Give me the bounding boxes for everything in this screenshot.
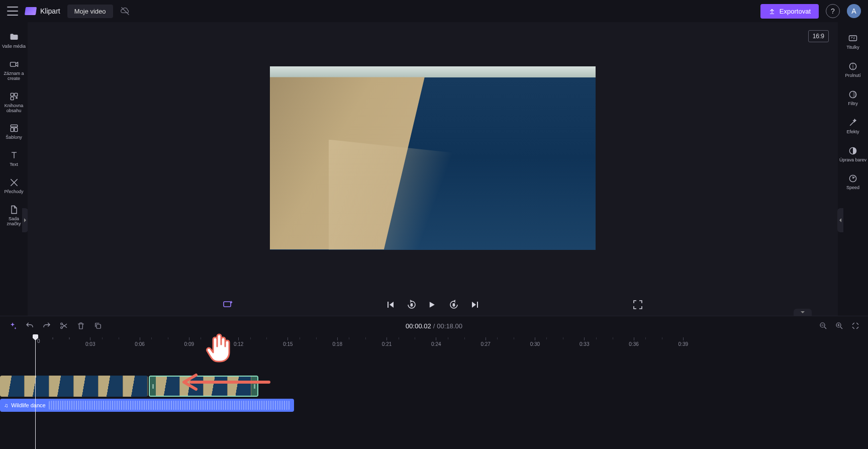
copy-icon <box>93 321 103 330</box>
templates-icon <box>9 123 19 133</box>
sparkle-icon <box>222 299 234 311</box>
filters-icon <box>848 89 858 100</box>
forward-button[interactable]: 5 <box>448 299 460 311</box>
zoom-in-icon <box>835 321 844 330</box>
hamburger-menu-button[interactable] <box>7 7 18 16</box>
right-sidebar-expand-button[interactable] <box>837 208 843 232</box>
clip-trim-handle-left[interactable] <box>150 377 156 396</box>
svg-rect-3 <box>14 93 17 96</box>
folder-icon <box>9 32 19 42</box>
library-icon <box>9 92 19 102</box>
ruler-tick: 0:18 <box>333 337 342 347</box>
timeline-tracks[interactable]: ♫ Wildlife dance <box>0 346 868 449</box>
audio-clip[interactable]: ♫ Wildlife dance <box>0 399 294 412</box>
ruler-tick: 0:27 <box>480 337 490 347</box>
music-note-icon: ♫ <box>4 402 8 408</box>
project-title-button[interactable]: Moje video <box>67 5 113 18</box>
ruler-tick: 0:39 <box>679 337 688 347</box>
fade-icon <box>848 61 858 71</box>
brand: Klipart <box>25 7 60 15</box>
export-button[interactable]: Exportovat <box>760 4 819 19</box>
chevron-right-icon <box>23 218 27 223</box>
brand-kit-icon <box>9 205 19 215</box>
svg-rect-11 <box>849 36 857 41</box>
rightbar-item-fade[interactable]: Prolnutí <box>838 57 868 85</box>
svg-rect-2 <box>11 93 14 96</box>
speed-icon <box>848 173 858 184</box>
svg-rect-6 <box>11 128 14 132</box>
skip-back-button[interactable] <box>384 299 397 311</box>
skip-forward-icon <box>469 299 481 311</box>
rightbar-item-captions[interactable]: Titulky <box>838 29 868 57</box>
svg-rect-5 <box>11 125 17 127</box>
fullscreen-icon <box>632 299 644 311</box>
video-clip-segment-1[interactable] <box>0 376 148 397</box>
trash-icon <box>76 321 85 330</box>
svg-rect-18 <box>97 324 101 328</box>
redo-icon <box>42 321 51 330</box>
skip-forward-button[interactable] <box>469 299 481 311</box>
svg-rect-7 <box>14 128 17 132</box>
rightbar-item-color[interactable]: Úprava barev <box>838 142 868 170</box>
transitions-icon <box>9 177 19 188</box>
timeline-toolbar: 00:00.02 / 00:18.00 <box>0 316 868 335</box>
help-button[interactable]: ? <box>826 4 840 18</box>
video-preview[interactable] <box>270 66 596 250</box>
sidebar-item-transitions[interactable]: Přechody <box>0 173 28 201</box>
sidebar-item-media[interactable]: Vaše média <box>0 28 28 55</box>
fit-icon <box>851 321 860 330</box>
sidebar-item-text[interactable]: Text <box>0 146 28 173</box>
undo-button[interactable] <box>25 321 34 330</box>
rightbar-item-speed[interactable]: Speed <box>838 169 868 198</box>
play-button[interactable] <box>427 299 439 311</box>
zoom-fit-button[interactable] <box>851 321 860 330</box>
timeline-ai-button[interactable] <box>8 321 17 330</box>
forward-icon: 5 <box>448 299 460 311</box>
aspect-ratio-button[interactable]: 16:9 <box>808 30 829 42</box>
timeline-panel: 00:00.02 / 00:18.00 0 0:030:060:090:120:… <box>0 316 868 449</box>
timeline-collapse-button[interactable] <box>794 309 812 316</box>
undo-icon <box>25 321 34 330</box>
duplicate-button[interactable] <box>93 321 103 330</box>
ruler-tick: 0:03 <box>85 337 95 347</box>
effects-icon <box>848 118 858 128</box>
svg-text:5: 5 <box>411 303 413 307</box>
zoom-out-button[interactable] <box>819 321 828 330</box>
ruler-tick: 0:12 <box>234 337 243 347</box>
fullscreen-button[interactable] <box>632 299 644 311</box>
user-avatar[interactable]: A <box>847 4 861 18</box>
timeline-ruler[interactable]: 0 0:030:060:090:120:150:180:210:240:270:… <box>0 335 868 346</box>
ruler-tick: 0:24 <box>431 337 441 347</box>
rightbar-item-filters[interactable]: Filtry <box>838 85 868 114</box>
brand-name: Klipart <box>40 7 60 15</box>
svg-rect-1 <box>10 62 16 66</box>
captions-icon <box>848 33 858 43</box>
camera-icon <box>9 59 19 69</box>
ai-magic-button[interactable] <box>222 299 234 311</box>
delete-button[interactable] <box>76 321 85 330</box>
sidebar-item-record[interactable]: Záznam a create <box>0 55 28 87</box>
svg-rect-4 <box>11 97 14 100</box>
ruler-tick: 0:09 <box>184 337 194 347</box>
clip-trim-handle-right[interactable] <box>251 377 257 396</box>
chevron-down-icon <box>800 310 805 314</box>
redo-button[interactable] <box>42 321 51 330</box>
zoom-in-button[interactable] <box>835 321 844 330</box>
rewind-icon: 5 <box>406 299 418 311</box>
playhead[interactable] <box>35 335 36 449</box>
color-adjust-icon <box>848 146 858 156</box>
zoom-out-icon <box>819 321 828 330</box>
rewind-button[interactable]: 5 <box>406 299 418 311</box>
brand-logo-icon <box>25 7 37 15</box>
split-button[interactable] <box>59 321 68 330</box>
rightbar-item-effects[interactable]: Efekty <box>838 114 868 142</box>
scissors-icon <box>59 321 68 330</box>
ruler-tick: 0:30 <box>530 337 540 347</box>
cloud-sync-off-icon[interactable] <box>120 6 130 16</box>
ruler-tick: 0:21 <box>382 337 392 347</box>
sidebar-item-library[interactable]: Knihovna obsahu <box>0 87 28 120</box>
playback-controls: 5 5 <box>28 294 838 316</box>
chevron-left-icon <box>838 218 842 223</box>
video-clip-segment-2-selected[interactable] <box>149 376 258 397</box>
sidebar-item-templates[interactable]: Šablony <box>0 119 28 146</box>
